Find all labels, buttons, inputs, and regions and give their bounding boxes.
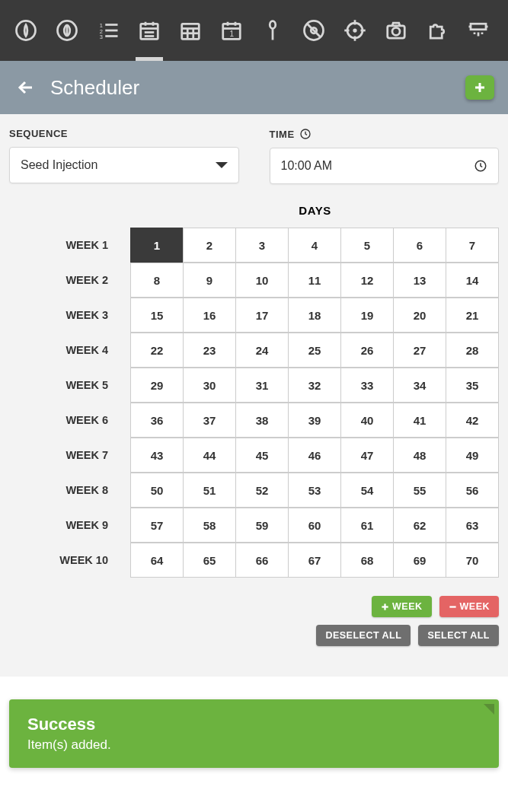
day-cell[interactable]: 34 xyxy=(393,368,446,403)
day-cell[interactable]: 32 xyxy=(288,368,341,403)
select-all-button[interactable]: SELECT ALL xyxy=(418,625,499,646)
day-cell[interactable]: 59 xyxy=(235,508,289,543)
day-cell[interactable]: 37 xyxy=(183,403,236,438)
day-cell[interactable]: 51 xyxy=(183,473,236,508)
week-label: WEEK 6 xyxy=(9,403,131,438)
remove-week-button[interactable]: WEEK xyxy=(439,596,500,617)
day-cell[interactable]: 3 xyxy=(235,228,289,263)
day-cell[interactable]: 18 xyxy=(288,298,341,333)
time-input[interactable]: 10:00 AM xyxy=(270,148,500,184)
add-week-button[interactable]: WEEK xyxy=(372,596,432,617)
tool-seed-icon[interactable] xyxy=(9,8,43,53)
day-cell[interactable]: 29 xyxy=(130,368,184,403)
day-cell[interactable]: 43 xyxy=(130,438,184,473)
tool-list-icon[interactable]: 123 xyxy=(91,8,125,53)
toast-title: Success xyxy=(27,715,481,734)
select-buttons-row: DESELECT ALL SELECT ALL xyxy=(0,617,508,677)
day-cell[interactable]: 45 xyxy=(235,438,289,473)
day-cell[interactable]: 63 xyxy=(446,508,499,543)
tool-camera-icon[interactable] xyxy=(379,8,413,53)
tool-target-icon[interactable] xyxy=(338,8,372,53)
day-cell[interactable]: 4 xyxy=(288,228,341,263)
day-cell[interactable]: 70 xyxy=(446,543,499,578)
day-cell[interactable]: 60 xyxy=(288,508,341,543)
day-cell[interactable]: 61 xyxy=(340,508,394,543)
back-button[interactable] xyxy=(14,75,38,100)
day-cell[interactable]: 66 xyxy=(235,543,289,578)
day-cell[interactable]: 17 xyxy=(235,298,289,333)
day-cell[interactable]: 8 xyxy=(130,263,184,298)
day-cell[interactable]: 22 xyxy=(130,333,184,368)
day-cell[interactable]: 16 xyxy=(183,298,236,333)
day-cell[interactable]: 36 xyxy=(130,403,184,438)
tool-circle-slash-icon[interactable] xyxy=(297,8,331,53)
add-button[interactable] xyxy=(465,75,494,100)
day-cell[interactable]: 27 xyxy=(393,333,446,368)
day-cell[interactable]: 30 xyxy=(183,368,236,403)
day-cell[interactable]: 49 xyxy=(446,438,499,473)
day-cell[interactable]: 52 xyxy=(235,473,289,508)
day-cell[interactable]: 50 xyxy=(130,473,184,508)
day-cell[interactable]: 40 xyxy=(340,403,394,438)
top-toolbar: 123 1 xyxy=(0,0,508,61)
sequence-select[interactable]: Seed Injection xyxy=(9,147,239,183)
day-cell[interactable]: 48 xyxy=(393,438,446,473)
clock-icon xyxy=(474,159,487,173)
day-cell[interactable]: 41 xyxy=(393,403,446,438)
tool-plant-icon[interactable] xyxy=(50,8,84,53)
day-cell[interactable]: 31 xyxy=(235,368,289,403)
day-cell[interactable]: 53 xyxy=(288,473,341,508)
svg-point-34 xyxy=(354,30,356,32)
day-cell[interactable]: 69 xyxy=(393,543,446,578)
day-cell[interactable]: 1 xyxy=(130,228,184,263)
day-cell[interactable]: 26 xyxy=(340,333,394,368)
day-cell[interactable]: 6 xyxy=(393,228,446,263)
day-cell[interactable]: 35 xyxy=(446,368,499,403)
day-cell[interactable]: 57 xyxy=(130,508,184,543)
tool-grid-icon[interactable] xyxy=(174,8,207,53)
day-cell[interactable]: 5 xyxy=(340,228,394,263)
day-cell[interactable]: 62 xyxy=(393,508,446,543)
page-title: Scheduler xyxy=(50,76,453,100)
day-cell[interactable]: 56 xyxy=(446,473,499,508)
day-cell[interactable]: 21 xyxy=(446,298,499,333)
day-cell[interactable]: 10 xyxy=(235,263,289,298)
day-cell[interactable]: 14 xyxy=(446,263,499,298)
day-cell[interactable]: 42 xyxy=(446,403,499,438)
day-cell[interactable]: 25 xyxy=(288,333,341,368)
tool-scheduler-icon[interactable] xyxy=(133,8,166,53)
deselect-all-button[interactable]: DESELECT ALL xyxy=(316,625,411,646)
day-cell[interactable]: 58 xyxy=(183,508,236,543)
day-cell[interactable]: 15 xyxy=(130,298,184,333)
day-cell[interactable]: 64 xyxy=(130,543,184,578)
day-cell[interactable]: 55 xyxy=(393,473,446,508)
day-cell[interactable]: 65 xyxy=(183,543,236,578)
tool-puzzle-icon[interactable] xyxy=(420,8,454,53)
tool-pin-icon[interactable] xyxy=(256,8,289,53)
tool-more-icon[interactable] xyxy=(503,8,508,53)
day-cell[interactable]: 9 xyxy=(183,263,236,298)
day-cell[interactable]: 38 xyxy=(235,403,289,438)
day-cell[interactable]: 24 xyxy=(235,333,289,368)
day-cell[interactable]: 23 xyxy=(183,333,236,368)
day-cell[interactable]: 46 xyxy=(288,438,341,473)
tool-water-icon[interactable] xyxy=(462,8,495,53)
day-cell[interactable]: 44 xyxy=(183,438,236,473)
day-cell[interactable]: 39 xyxy=(288,403,341,438)
day-cell[interactable]: 11 xyxy=(288,263,341,298)
day-cell[interactable]: 68 xyxy=(340,543,394,578)
day-cell[interactable]: 33 xyxy=(340,368,394,403)
svg-text:3: 3 xyxy=(100,33,103,40)
day-cell[interactable]: 13 xyxy=(393,263,446,298)
day-cell[interactable]: 7 xyxy=(446,228,499,263)
tool-calendar-day-icon[interactable]: 1 xyxy=(215,8,248,53)
day-cell[interactable]: 28 xyxy=(446,333,499,368)
day-cell[interactable]: 54 xyxy=(340,473,394,508)
day-cell[interactable]: 67 xyxy=(288,543,341,578)
day-cell[interactable]: 47 xyxy=(340,438,394,473)
day-cell[interactable]: 20 xyxy=(393,298,446,333)
day-cell[interactable]: 19 xyxy=(340,298,394,333)
day-cell[interactable]: 2 xyxy=(183,228,236,263)
day-cell[interactable]: 12 xyxy=(340,263,394,298)
toast-close-corner[interactable] xyxy=(484,704,494,715)
